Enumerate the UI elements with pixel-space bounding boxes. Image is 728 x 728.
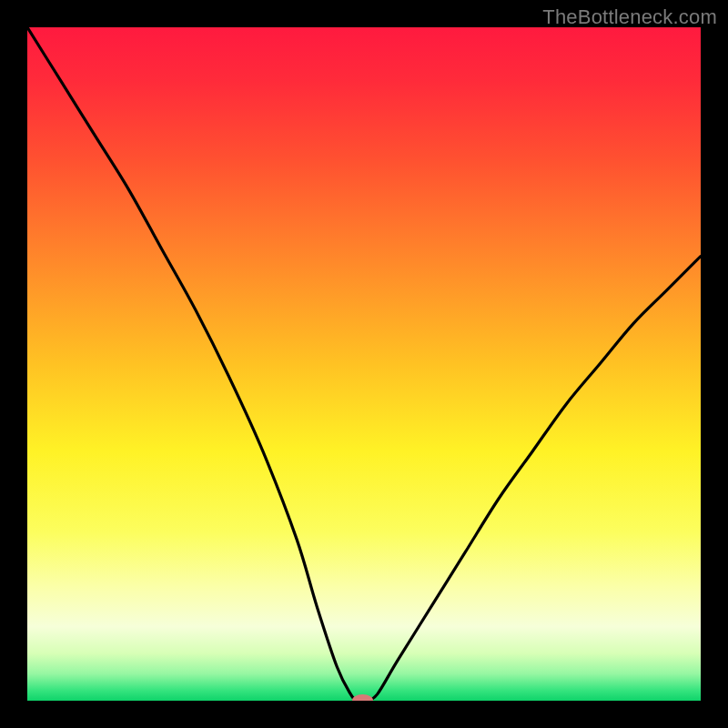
chart-frame: TheBottleneck.com bbox=[0, 0, 728, 728]
optimal-marker bbox=[352, 694, 374, 701]
plot-area bbox=[27, 27, 701, 701]
bottleneck-curve bbox=[27, 27, 701, 701]
watermark-text: TheBottleneck.com bbox=[542, 5, 717, 29]
